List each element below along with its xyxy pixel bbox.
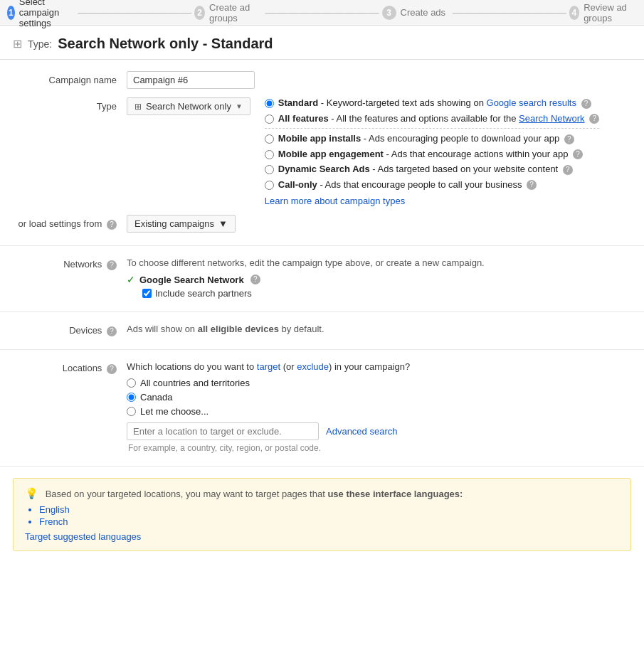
step-num-3: 3 xyxy=(382,6,396,20)
type-label: Type xyxy=(13,97,127,112)
type-radio-mobile-installs[interactable] xyxy=(265,134,274,144)
dynamic-search-help-icon[interactable]: ? xyxy=(563,165,573,175)
type-radio-dynamic-search[interactable] xyxy=(265,165,274,174)
load-settings-help-icon[interactable]: ? xyxy=(107,220,117,230)
include-search-partners-label: Include search partners xyxy=(155,288,252,299)
dynamic-search-label: Dynamic Search Ads xyxy=(278,164,370,174)
type-option-call-only-text: Call-only - Ads that encourage people to… xyxy=(278,179,537,191)
step-num-1: 1 xyxy=(7,6,15,20)
campaign-name-row: Campaign name xyxy=(13,71,631,89)
devices-desc: Ads will show on all eligible devices by… xyxy=(127,324,324,334)
wizard-sep-1: —————————— xyxy=(78,6,191,19)
bulb-icon: 💡 xyxy=(25,487,38,499)
type-option-all-features: All features - All the features and opti… xyxy=(265,113,599,124)
learn-more-link[interactable]: Learn more about campaign types xyxy=(265,196,405,206)
location-input-row: Advanced search xyxy=(127,422,631,440)
loc-let-me-choose: Let me choose... xyxy=(127,406,631,417)
type-option-mobile-engagement-text: Mobile app engagement - Ads that encoura… xyxy=(278,149,583,160)
type-radio-all-features[interactable] xyxy=(265,115,274,124)
wizard-step-3[interactable]: 3 Create ads xyxy=(382,6,450,20)
networks-section: Networks ? To choose different networks,… xyxy=(0,246,644,312)
type-option-standard-text: Standard - Keyword-targeted text ads sho… xyxy=(278,97,591,109)
loc-radio-let-me-choose[interactable] xyxy=(127,407,136,416)
type-options: Standard - Keyword-targeted text ads sho… xyxy=(265,97,599,206)
devices-desc-bold: all eligible devices xyxy=(198,324,279,334)
mobile-engagement-desc: - Ads that encourage actions within your… xyxy=(386,149,569,159)
loc-let-me-choose-label: Let me choose... xyxy=(140,406,208,417)
loc-radio-all-countries[interactable] xyxy=(127,378,136,388)
google-search-help-icon[interactable]: ? xyxy=(250,275,260,284)
all-features-help-icon[interactable]: ? xyxy=(589,114,599,124)
type-divider xyxy=(265,128,599,129)
wizard-sep-2: —————————— xyxy=(265,6,379,19)
type-option-mobile-engagement: Mobile app engagement - Ads that encoura… xyxy=(265,149,599,160)
call-only-help-icon[interactable]: ? xyxy=(527,180,537,190)
grid-icon: ⊞ xyxy=(134,102,142,112)
loc-all-countries: All countries and territories xyxy=(127,378,631,388)
step-label-4: Review ad groups xyxy=(584,2,637,23)
locations-body: Which locations do you want to target (o… xyxy=(127,361,631,453)
networks-help-icon[interactable]: ? xyxy=(107,260,117,270)
type-option-call-only: Call-only - Ads that encourage people to… xyxy=(265,179,599,191)
google-search-label: Google Search Network xyxy=(139,275,244,285)
type-option-dynamic-search: Dynamic Search Ads - Ads targeted based … xyxy=(265,164,599,175)
language-french[interactable]: French xyxy=(39,516,619,527)
type-radio-call-only[interactable] xyxy=(265,181,274,190)
step-num-2: 2 xyxy=(194,6,205,20)
step-num-4: 4 xyxy=(569,6,579,20)
type-dropdown-label: Search Network only xyxy=(146,101,231,112)
advanced-search-link[interactable]: Advanced search xyxy=(326,426,397,437)
devices-section: Devices ? Ads will show on all eligible … xyxy=(0,312,644,350)
dynamic-search-desc: - Ads targeted based on your website con… xyxy=(372,164,558,174)
locations-section: Locations ? Which locations do you want … xyxy=(0,350,644,467)
language-english[interactable]: English xyxy=(39,504,619,515)
loc-radio-canada[interactable] xyxy=(127,393,136,402)
include-search-partners-checkbox[interactable] xyxy=(142,289,152,298)
all-features-label: All features xyxy=(278,113,329,124)
networks-body: To choose different networks, edit the c… xyxy=(127,257,631,299)
wizard-step-4[interactable]: 4 Review ad groups xyxy=(569,2,637,23)
type-radio-mobile-engagement[interactable] xyxy=(265,150,274,159)
target-suggested-languages-link[interactable]: Target suggested languages xyxy=(25,531,141,542)
type-dropdown-button[interactable]: ⊞ Search Network only ▼ xyxy=(127,97,250,115)
loc-canada: Canada xyxy=(127,392,631,403)
location-input[interactable] xyxy=(127,422,319,440)
mobile-engagement-help-icon[interactable]: ? xyxy=(573,149,583,159)
networks-row: Networks ? To choose different networks,… xyxy=(13,257,631,299)
mobile-installs-help-icon[interactable]: ? xyxy=(564,134,574,144)
type-option-standard: Standard - Keyword-targeted text ads sho… xyxy=(265,97,599,109)
existing-campaigns-arrow-icon: ▼ xyxy=(218,218,228,229)
step-label-3: Create ads xyxy=(401,7,446,18)
language-list: English French xyxy=(39,504,619,527)
mobile-installs-label: Mobile app installs xyxy=(278,133,361,144)
standard-help-icon[interactable]: ? xyxy=(581,99,591,109)
standard-dash: - Keyword-targeted text ads showing on xyxy=(321,97,487,108)
locations-label: Locations ? xyxy=(13,361,127,374)
wizard-sep-3: —————————— xyxy=(453,6,566,19)
locations-question: Which locations do you want to target (o… xyxy=(127,361,631,372)
campaign-name-label: Campaign name xyxy=(13,71,127,85)
target-highlight: target xyxy=(257,361,280,372)
devices-desc-suffix: by default. xyxy=(279,324,324,334)
devices-desc-prefix: Ads will show on xyxy=(127,324,198,334)
wizard-step-1[interactable]: 1 Select campaign settings xyxy=(7,0,75,28)
dropdown-arrow-icon: ▼ xyxy=(236,102,243,110)
lang-suggestion-text-start: Based on your targeted locations, you ma… xyxy=(46,489,328,499)
type-row: Type ⊞ Search Network only ▼ xyxy=(13,97,631,206)
mobile-engagement-label: Mobile app engagement xyxy=(278,149,384,159)
networks-label: Networks ? xyxy=(13,257,127,270)
existing-campaigns-button[interactable]: Existing campaigns ▼ xyxy=(127,215,236,233)
wizard-step-2[interactable]: 2 Create ad groups xyxy=(194,2,262,23)
type-radio-standard[interactable] xyxy=(265,99,274,108)
all-features-dash: - All the features and options available… xyxy=(331,113,519,124)
type-content: ⊞ Search Network only ▼ Standard - Keywo… xyxy=(127,97,631,206)
call-only-label: Call-only xyxy=(278,179,317,190)
campaign-name-input[interactable] xyxy=(127,71,255,89)
type-option-mobile-installs: Mobile app installs - Ads encouraging pe… xyxy=(265,133,599,144)
locations-help-icon[interactable]: ? xyxy=(107,364,117,374)
type-option-mobile-installs-text: Mobile app installs - Ads encouraging pe… xyxy=(278,133,574,144)
devices-row: Devices ? Ads will show on all eligible … xyxy=(13,324,631,336)
devices-help-icon[interactable]: ? xyxy=(107,326,117,336)
page-title-icon: ⊞ xyxy=(13,37,22,50)
location-hint: For example, a country, city, region, or… xyxy=(128,443,631,453)
